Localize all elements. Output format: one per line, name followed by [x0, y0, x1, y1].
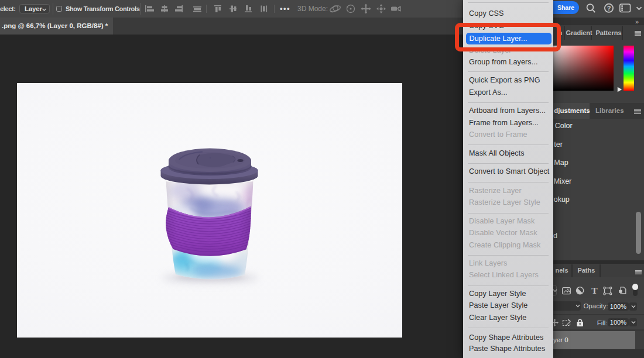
- svg-text:?: ?: [607, 5, 611, 12]
- svg-text:T: T: [591, 285, 598, 295]
